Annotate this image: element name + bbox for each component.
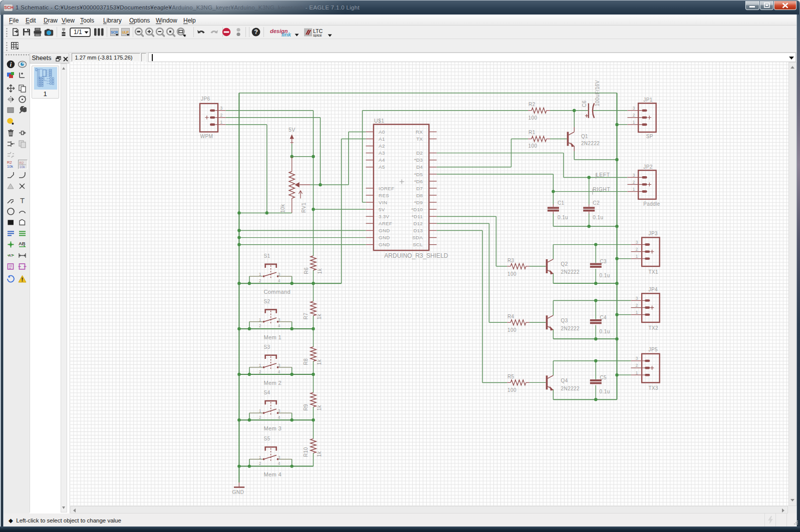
svg-text:IOREF: IOREF [379,186,394,191]
svg-text:TX: TX [416,136,423,142]
svg-text:1k: 1k [317,313,323,319]
svg-text:4: 4 [278,278,281,283]
svg-text:S5: S5 [264,436,271,441]
svg-text:R4: R4 [507,314,514,319]
svg-text:100: 100 [528,143,538,149]
svg-text:10k: 10k [280,204,286,213]
svg-text:0.1u: 0.1u [600,273,610,278]
svg-text:R2: R2 [19,161,24,165]
svg-text:D12: D12 [413,221,423,226]
svg-text:2: 2 [636,303,638,308]
svg-text:SP: SP [646,134,653,139]
svg-text:3: 3 [278,363,281,368]
svg-text:LEFT: LEFT [596,172,610,178]
svg-text:1: 1 [633,187,635,192]
svg-text:2: 2 [636,247,638,252]
svg-text:GND: GND [379,242,390,247]
svg-text:JP2: JP2 [643,164,652,170]
svg-text:C2: C2 [593,200,600,206]
svg-text:Mem 4: Mem 4 [264,471,282,477]
svg-text:RES: RES [379,193,389,198]
svg-text:D13: D13 [413,228,423,233]
svg-text:10k: 10k [7,164,13,169]
svg-text:T: T [20,196,24,205]
svg-text:2: 2 [259,323,261,328]
svg-text:Paddle: Paddle [643,201,660,207]
svg-text:TX2: TX2 [649,325,659,331]
svg-text:*D6: *D6 [414,179,423,184]
svg-text:1: 1 [220,120,223,125]
svg-text:link: link [282,32,292,37]
svg-text:1k: 1k [317,359,323,365]
svg-text:A5: A5 [379,164,385,170]
svg-text:0.1u: 0.1u [558,215,568,220]
svg-text:R5: R5 [507,374,514,379]
svg-text:C1: C1 [558,200,565,206]
svg-text:A1: A1 [379,136,385,142]
svg-text:S1: S1 [264,253,271,259]
svg-text:3: 3 [636,296,638,301]
svg-text:Q4: Q4 [561,378,568,383]
svg-text:2: 2 [259,461,261,466]
svg-text:*D3: *D3 [414,157,423,163]
svg-text:GND: GND [379,235,390,240]
svg-text:1: 1 [259,317,261,322]
svg-text:2N2222: 2N2222 [581,141,600,146]
svg-text:SDA: SDA [412,235,423,240]
svg-text:3: 3 [278,317,281,322]
svg-text:100: 100 [507,327,516,333]
svg-text:1: 1 [259,455,261,460]
svg-text:*D9: *D9 [414,200,423,205]
svg-text:Mem 2: Mem 2 [264,380,282,386]
svg-text:R1: R1 [528,130,536,135]
svg-text:R10: R10 [304,447,309,457]
svg-text:JP1: JP1 [643,97,652,103]
svg-text:*D5: *D5 [414,172,423,177]
svg-text:JP4: JP4 [649,287,658,292]
svg-text:2N2222: 2N2222 [561,269,580,275]
svg-text:RV1: RV1 [301,202,307,213]
svg-text:4: 4 [278,461,281,466]
svg-text:3: 3 [636,240,638,245]
svg-text:2: 2 [636,363,638,368]
svg-text:?: ? [254,29,258,36]
svg-text:D7: D7 [416,186,423,191]
svg-text:R3: R3 [507,258,514,263]
svg-text:3: 3 [636,356,638,361]
svg-text:*D11: *D11 [412,214,423,219]
svg-text:2: 2 [259,278,261,283]
svg-text:Q1: Q1 [581,134,588,139]
svg-text:*D10: *D10 [411,207,423,212]
svg-text:5V: 5V [379,207,385,212]
svg-text:1k: 1k [317,405,323,411]
svg-text:3: 3 [278,455,281,460]
svg-text:4: 4 [278,323,281,328]
svg-text:Command: Command [264,289,291,295]
svg-text:JP5: JP5 [649,347,658,352]
svg-text:RIGHT: RIGHT [593,186,610,192]
svg-text:1: 1 [259,363,261,368]
svg-text:1k: 1k [317,451,323,457]
svg-text:5V: 5V [289,127,296,133]
svg-text:3: 3 [278,272,281,277]
svg-text:0.1u: 0.1u [600,329,610,334]
svg-text:A0: A0 [379,129,385,135]
svg-text:VIN: VIN [379,200,387,205]
svg-text:3: 3 [633,173,635,178]
svg-text:1: 1 [633,120,635,125]
svg-text:1: 1 [636,254,638,259]
svg-text:JP3: JP3 [649,231,658,236]
svg-text:R7: R7 [304,313,309,320]
svg-text:TX1: TX1 [649,269,659,275]
svg-text:C3: C3 [600,259,607,264]
svg-text:D4: D4 [416,164,423,170]
svg-text:SCL: SCL [413,242,423,247]
svg-text:JP6: JP6 [201,96,210,102]
svg-text:AREF: AREF [379,221,392,226]
svg-text:1: 1 [636,370,638,375]
svg-text:spice: spice [313,33,322,37]
svg-text:SCR: SCR [111,30,118,35]
svg-text:R8: R8 [304,358,309,365]
svg-text:ARDUINO_R3_SHIELD: ARDUINO_R3_SHIELD [384,252,448,259]
svg-text:Mem 1: Mem 1 [264,334,282,340]
